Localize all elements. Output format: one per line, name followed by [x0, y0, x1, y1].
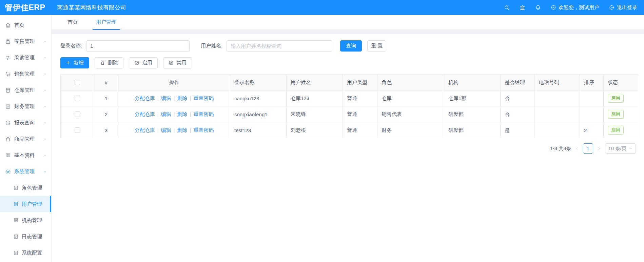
action-edit[interactable]: 编辑 [161, 95, 171, 101]
login-name-label: 登录名称: [60, 43, 82, 49]
action-assign-warehouse[interactable]: 分配仓库 [135, 127, 155, 133]
shell: 首页零售管理采购管理销售管理仓库管理财务管理报表查询商品管理基本资料系统管理角色… [0, 15, 644, 262]
cell-index: 2 [94, 106, 118, 122]
report-icon [5, 120, 11, 126]
disable-button-label: 禁用 [176, 60, 187, 66]
sidebar-item-sales[interactable]: 销售管理 [0, 66, 51, 82]
sidebar-subitem-label: 机构管理 [22, 217, 42, 224]
row-checkbox[interactable] [75, 127, 80, 133]
doc-icon [13, 234, 19, 239]
cell-org: 研发部 [444, 106, 501, 122]
plus-icon [66, 60, 71, 65]
sidebar-subitem-label: 系统配置 [22, 250, 42, 256]
action-edit[interactable]: 编辑 [161, 111, 171, 117]
status-badge: 启用 [608, 94, 624, 103]
table-body: 1分配仓库|编辑|删除|重置密码cangku123仓库123普通仓库仓库1部否启… [61, 90, 638, 138]
main-area: 首页 用户管理 登录名称: 用户姓名: 查询 重 置 [52, 15, 644, 262]
action-assign-warehouse[interactable]: 分配仓库 [135, 95, 155, 101]
warehouse-icon [5, 87, 11, 93]
chevron-down-icon [43, 40, 47, 43]
search-icon[interactable] [504, 5, 510, 11]
cell-org: 研发部 [444, 122, 501, 138]
sidebar-subitem-log[interactable]: 日志管理 [0, 228, 51, 245]
sidebar-item-system[interactable]: 系统管理 [0, 163, 51, 180]
select-all-cell [61, 75, 94, 90]
app-window: 管伊佳ERP 南通某某网络科技有限公司 欢迎您，测试用户 退出登录 首页零售管理… [0, 0, 644, 262]
row-checkbox[interactable] [75, 96, 80, 101]
enable-button[interactable]: 启用 [129, 57, 158, 68]
column-header: 登录名称 [230, 75, 287, 90]
tab-home[interactable]: 首页 [63, 15, 82, 29]
cell-index: 3 [94, 122, 118, 138]
goods-icon [5, 136, 11, 142]
user-menu[interactable]: 欢迎您，测试用户 [551, 4, 599, 11]
cell-type: 普通 [343, 122, 377, 138]
sidebar-item-basic[interactable]: 基本资料 [0, 147, 51, 163]
bell-icon[interactable] [535, 5, 541, 11]
sidebar: 首页零售管理采购管理销售管理仓库管理财务管理报表查询商品管理基本资料系统管理角色… [0, 15, 52, 262]
finance-icon [5, 104, 11, 109]
app-logo[interactable]: 管伊佳ERP [0, 2, 52, 13]
page-size-select[interactable]: 10 条/页 [605, 143, 636, 154]
disable-button[interactable]: 禁用 [163, 57, 192, 68]
delete-button[interactable]: 删除 [95, 57, 123, 68]
action-reset-password[interactable]: 重置密码 [193, 95, 214, 101]
action-reset-password[interactable]: 重置密码 [193, 127, 214, 133]
sidebar-item-purchase[interactable]: 采购管理 [0, 49, 51, 66]
action-edit[interactable]: 编辑 [161, 127, 171, 133]
tab-home-label: 首页 [67, 19, 78, 25]
status-badge: 启用 [608, 110, 624, 119]
cell-manager: 否 [501, 90, 535, 106]
delete-button-label: 删除 [108, 60, 118, 66]
sidebar-item-label: 采购管理 [14, 55, 43, 61]
sales-icon [5, 71, 11, 77]
logout-icon [609, 5, 614, 10]
add-button[interactable]: 新增 [60, 57, 89, 68]
sidebar-item-label: 财务管理 [14, 103, 43, 110]
sidebar-subitem-user[interactable]: 用户管理 [0, 196, 51, 212]
sidebar-item-warehouse[interactable]: 仓库管理 [0, 82, 51, 98]
sidebar-item-goods[interactable]: 商品管理 [0, 131, 51, 147]
sidebar-item-report[interactable]: 报表查询 [0, 115, 51, 131]
sidebar-subitem-role[interactable]: 角色管理 [0, 180, 51, 196]
next-page-button[interactable] [597, 146, 601, 151]
sidebar-subitem-config[interactable]: 系统配置 [0, 245, 51, 261]
bank-icon[interactable] [520, 5, 525, 11]
sidebar-item-finance[interactable]: 财务管理 [0, 98, 51, 115]
login-name-input[interactable] [86, 40, 190, 52]
cell-manager: 是 [501, 122, 535, 138]
sidebar-item-home[interactable]: 首页 [0, 17, 51, 33]
query-button[interactable]: 查询 [340, 40, 362, 52]
sidebar-subitem-label: 用户管理 [22, 201, 42, 207]
row-checkbox[interactable] [75, 112, 80, 117]
column-header: # [94, 75, 118, 90]
sidebar-subitem-org[interactable]: 机构管理 [0, 212, 51, 228]
reset-button[interactable]: 重 置 [367, 40, 386, 52]
action-delete[interactable]: 删除 [177, 95, 187, 101]
action-reset-password[interactable]: 重置密码 [193, 111, 214, 117]
cell-status: 启用 [604, 122, 638, 138]
toolbar: 新增 删除 启用 禁用 [60, 57, 638, 68]
select-all-checkbox[interactable] [75, 80, 80, 85]
action-delete[interactable]: 删除 [177, 127, 187, 133]
chevron-up-icon [43, 170, 47, 174]
cell-login: songxiaofeng1 [230, 106, 287, 122]
logout-button[interactable]: 退出登录 [609, 4, 637, 11]
cell-role: 销售代表 [377, 106, 444, 122]
trash-icon [100, 60, 105, 65]
cell-actions: 分配仓库|编辑|删除|重置密码 [118, 90, 230, 106]
page-number-button[interactable]: 1 [583, 143, 593, 154]
action-assign-warehouse[interactable]: 分配仓库 [135, 111, 155, 117]
company-name: 南通某某网络科技有限公司 [57, 4, 126, 12]
cell-sort: 2 [580, 122, 604, 138]
prev-page-button[interactable] [575, 146, 579, 151]
sidebar-item-retail[interactable]: 零售管理 [0, 33, 51, 49]
column-header: 角色 [377, 75, 444, 90]
check-square-icon [134, 60, 139, 65]
tab-user-management[interactable]: 用户管理 [91, 15, 121, 29]
user-name-input[interactable] [227, 40, 332, 52]
cell-name: 刘老根 [287, 122, 343, 138]
status-badge: 启用 [608, 126, 624, 135]
column-header: 排序 [580, 75, 604, 90]
action-delete[interactable]: 删除 [177, 111, 187, 117]
